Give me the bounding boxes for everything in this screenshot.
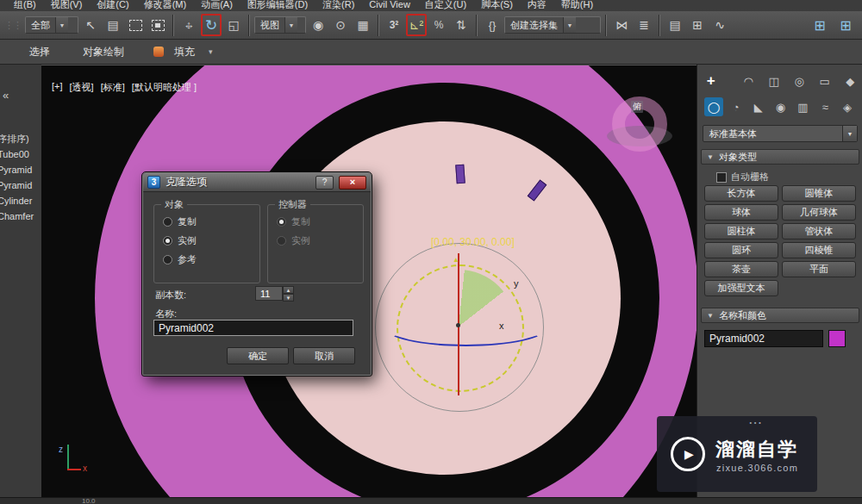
- plane-button[interactable]: 平面: [782, 261, 856, 277]
- reference-coordinate-dropdown[interactable]: 视图 ▼: [254, 16, 306, 34]
- spin-up-icon[interactable]: ▲: [283, 286, 294, 294]
- tab-populate[interactable]: 填充: [171, 41, 198, 63]
- tube-button[interactable]: 管状体: [782, 223, 856, 240]
- geosphere-button[interactable]: 几何球体: [782, 204, 856, 221]
- menu-item[interactable]: 内容: [528, 0, 547, 11]
- viewport-menu-pov[interactable]: [透视]: [70, 81, 94, 94]
- modify-tab-icon[interactable]: ◠: [742, 72, 756, 90]
- window-crossing-button[interactable]: [147, 14, 168, 36]
- selection-filter-dropdown[interactable]: 全部 ▼: [25, 16, 78, 34]
- spacewarps-category-icon[interactable]: ≈: [815, 97, 834, 116]
- checkbox-icon[interactable]: [716, 172, 727, 183]
- select-object-button[interactable]: ↖: [80, 14, 101, 36]
- viewport-menu-general[interactable]: [+]: [52, 81, 63, 94]
- edit-named-selection-button[interactable]: {}: [482, 14, 503, 36]
- menu-item[interactable]: 创建(C): [97, 0, 128, 11]
- box-button[interactable]: 长方体: [704, 185, 778, 202]
- spin-down-icon[interactable]: ▼: [283, 294, 294, 302]
- dialog-title-bar[interactable]: 3 克隆选项 ? ×: [143, 173, 371, 192]
- collapse-panel-icon[interactable]: «: [3, 89, 41, 102]
- toolbar-grip[interactable]: ⋮⋮: [4, 20, 22, 31]
- menu-item[interactable]: 自定义(U): [425, 0, 466, 11]
- create-tab-icon[interactable]: +: [704, 72, 718, 90]
- object-name-input[interactable]: [704, 330, 823, 347]
- schematic-view-button[interactable]: ⊞: [687, 14, 708, 36]
- rectangular-selection-button[interactable]: [125, 14, 146, 36]
- menu-item[interactable]: 视图(V): [51, 0, 83, 11]
- list-item[interactable]: Cylinder: [0, 193, 41, 208]
- tab-select[interactable]: 选择: [26, 41, 53, 63]
- select-by-name-button[interactable]: ▤: [103, 14, 123, 36]
- render-setup-button[interactable]: ⊞: [835, 14, 856, 36]
- systems-category-icon[interactable]: ◈: [838, 97, 857, 116]
- list-item[interactable]: 序排序): [0, 131, 41, 146]
- viewcube[interactable]: 俯: [607, 96, 676, 159]
- radio-reference[interactable]: 参考: [163, 253, 197, 266]
- align-button[interactable]: ≣: [634, 14, 654, 36]
- hierarchy-tab-icon[interactable]: ◫: [767, 72, 781, 90]
- pyramid-button[interactable]: 四棱锥: [782, 242, 856, 258]
- radio-icon[interactable]: [163, 255, 172, 264]
- textplus-button[interactable]: 加强型文本: [704, 280, 778, 296]
- curve-editor-button[interactable]: ∿: [709, 14, 730, 36]
- display-tab-icon[interactable]: ▭: [818, 72, 832, 90]
- named-selection-set-combo[interactable]: 创建选择集 ▼: [504, 16, 601, 34]
- radio-instance[interactable]: 实例: [163, 234, 197, 247]
- percent-snap-button[interactable]: %: [428, 14, 449, 36]
- menu-item[interactable]: 动画(A): [201, 0, 233, 11]
- geometry-category-icon[interactable]: ◯: [704, 97, 723, 116]
- autogrid-checkbox[interactable]: 自动栅格: [716, 171, 769, 184]
- menu-item[interactable]: 脚本(S): [481, 0, 513, 11]
- radio-icon[interactable]: [163, 217, 172, 227]
- copies-value[interactable]: 11: [255, 286, 283, 301]
- material-editor-button[interactable]: ⊞: [809, 14, 830, 36]
- list-item[interactable]: Chamfer: [0, 208, 41, 224]
- viewport-menu-shading[interactable]: [默认明暗处理 ]: [132, 81, 197, 94]
- spinner-snap-button[interactable]: ⇅: [451, 14, 472, 36]
- list-item[interactable]: Pyramid: [0, 177, 41, 193]
- menu-item[interactable]: 图形编辑器(D): [247, 0, 308, 11]
- clone-name-input[interactable]: [153, 320, 353, 336]
- help-button[interactable]: ?: [315, 176, 334, 190]
- angle-snap-button[interactable]: ⊾²: [406, 14, 427, 36]
- ok-button[interactable]: 确定: [227, 347, 289, 364]
- motion-tab-icon[interactable]: ◎: [793, 72, 807, 90]
- sphere-button[interactable]: 球体: [704, 204, 778, 221]
- teapot-button[interactable]: 茶壶: [704, 261, 778, 277]
- cameras-category-icon[interactable]: ◉: [771, 97, 790, 116]
- tab-object-paint[interactable]: 对象绘制: [79, 41, 128, 63]
- menu-item[interactable]: 帮助(H): [561, 0, 593, 11]
- select-and-move-button[interactable]: ↔ ↕: [178, 14, 199, 36]
- name-color-rollout[interactable]: ▼ 名称和颜色: [701, 308, 859, 323]
- select-and-manipulate-button[interactable]: ⊙: [330, 14, 351, 36]
- torus-button[interactable]: 圆环: [704, 242, 778, 258]
- object-type-rollout[interactable]: ▼ 对象类型: [701, 149, 859, 165]
- spinner-arrows[interactable]: ▲ ▼: [283, 286, 294, 302]
- list-item[interactable]: Tube00: [0, 146, 41, 162]
- mirror-button[interactable]: ⋈: [611, 14, 632, 36]
- use-pivot-center-button[interactable]: ◉: [308, 14, 328, 36]
- object-color-swatch[interactable]: [828, 330, 846, 347]
- layer-manager-button[interactable]: ▤: [665, 14, 685, 36]
- select-and-rotate-button[interactable]: ↻: [201, 14, 222, 36]
- helpers-category-icon[interactable]: ▥: [793, 97, 812, 116]
- cancel-button[interactable]: 取消: [293, 347, 355, 364]
- close-button[interactable]: ×: [339, 176, 366, 190]
- viewport-menu-standard[interactable]: [标准]: [101, 81, 125, 94]
- chevron-down-icon[interactable]: ▾: [209, 47, 213, 56]
- cylinder-button[interactable]: 圆柱体: [704, 223, 778, 240]
- keyboard-override-button[interactable]: ▦: [353, 14, 373, 36]
- primitive-type-dropdown[interactable]: 标准基本体 ▼: [703, 125, 858, 142]
- list-item[interactable]: Pyramid: [0, 162, 41, 177]
- menu-item[interactable]: 渲染(R): [322, 0, 354, 11]
- cone-button[interactable]: 圆锥体: [782, 185, 856, 202]
- shapes-category-icon[interactable]: ◔: [727, 97, 746, 116]
- lights-category-icon[interactable]: ◣: [749, 97, 768, 116]
- utilities-tab-icon[interactable]: ◆: [844, 72, 858, 90]
- menu-item[interactable]: 组(B): [14, 0, 36, 11]
- radio-icon-selected[interactable]: [163, 236, 172, 246]
- menu-item[interactable]: Civil View: [369, 0, 409, 11]
- snap-toggle-button[interactable]: 3²: [384, 14, 404, 36]
- select-and-scale-button[interactable]: ◱: [223, 14, 244, 36]
- radio-copy[interactable]: 复制: [163, 215, 197, 228]
